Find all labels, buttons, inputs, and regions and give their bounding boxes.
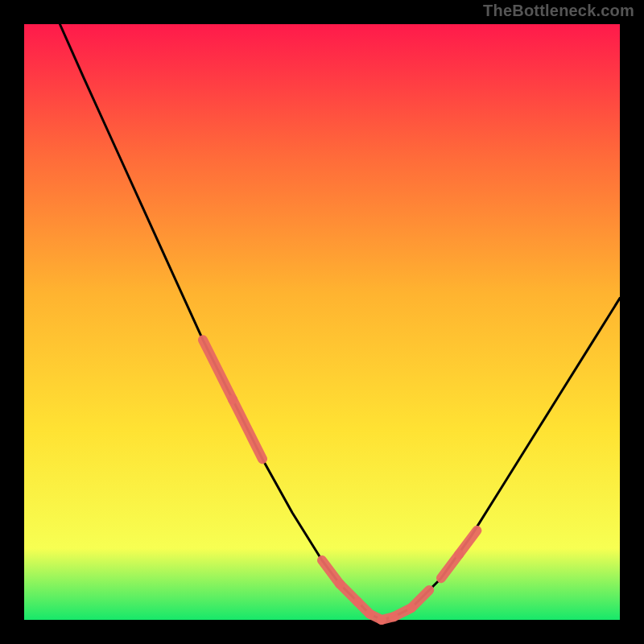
- watermark-text: TheBottleneck.com: [483, 2, 634, 20]
- plot-background: [24, 24, 620, 620]
- bottleneck-chart: [0, 0, 644, 644]
- chart-stage: TheBottleneck.com: [0, 0, 644, 644]
